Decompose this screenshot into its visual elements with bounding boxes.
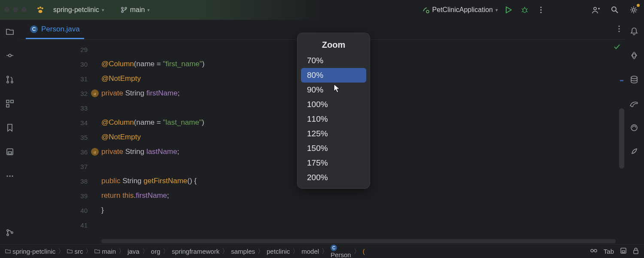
- zoom-option[interactable]: 70%: [301, 53, 366, 68]
- zoom-option[interactable]: 100%: [301, 97, 366, 112]
- breadcrumb-segment[interactable]: org: [151, 248, 161, 255]
- project-name: spring-petclinic: [53, 6, 99, 14]
- breadcrumb-segment[interactable]: model: [301, 248, 319, 255]
- run-config-icon: [422, 6, 430, 14]
- vcs-tool-button[interactable]: [4, 227, 15, 238]
- breadcrumb-segment[interactable]: main: [94, 248, 116, 255]
- gutter-line[interactable]: 39: [20, 188, 101, 203]
- horizontal-scrollbar[interactable]: [101, 239, 616, 243]
- reader-mode-icon[interactable]: [590, 247, 598, 256]
- gutter-line[interactable]: 33: [20, 101, 101, 115]
- maximize-window-dot[interactable]: [21, 7, 27, 12]
- minimize-window-dot[interactable]: [13, 7, 18, 12]
- breadcrumb-segment[interactable]: C Person: [331, 245, 351, 258]
- gutter-line[interactable]: 30: [20, 57, 101, 71]
- gutter-line[interactable]: 31: [20, 71, 101, 86]
- folder-icon: [5, 248, 11, 255]
- dependencies-tool-button[interactable]: [629, 122, 640, 133]
- class-file-icon: C: [30, 25, 38, 33]
- breadcrumb-separator: 〉: [85, 247, 92, 255]
- run-configuration-selector[interactable]: PetClinicApplication ▾: [422, 6, 498, 14]
- zoom-option[interactable]: 200%: [301, 170, 366, 185]
- breadcrumb-segment[interactable]: springframework: [172, 248, 219, 255]
- svg-rect-38: [622, 251, 625, 252]
- more-tools-button[interactable]: [4, 170, 15, 181]
- breadcrumb-separator: 〉: [354, 247, 360, 255]
- debug-button[interactable]: [519, 4, 531, 16]
- person-add-icon: [592, 6, 600, 14]
- project-tool-button[interactable]: [4, 26, 15, 37]
- commit-tool-button[interactable]: [4, 50, 15, 61]
- zoom-option[interactable]: 90%: [301, 83, 366, 97]
- breadcrumb-segment[interactable]: spring-petclinic: [5, 248, 55, 255]
- svg-point-0: [37, 7, 39, 9]
- code-line[interactable]: [101, 218, 624, 232]
- project-selector[interactable]: spring-petclinic ▾: [50, 4, 108, 15]
- breadcrumb-separator: 〉: [322, 247, 328, 255]
- vcs-branch-selector[interactable]: main ▾: [117, 4, 154, 15]
- settings-button[interactable]: [628, 4, 640, 16]
- breadcrumb[interactable]: spring-petclinic 〉 src 〉 main 〉 java 〉 o…: [5, 245, 365, 258]
- editor-gutter[interactable]: 29303132a33343536a3738394041: [20, 40, 101, 244]
- breadcrumb-segment[interactable]: petclinic: [267, 248, 290, 255]
- folder-icon: [67, 248, 73, 255]
- breadcrumb-separator: 〉: [292, 247, 299, 255]
- svg-rect-20: [11, 100, 13, 103]
- zoom-option[interactable]: 150%: [301, 141, 366, 156]
- gutter-line[interactable]: 35: [20, 130, 101, 144]
- lock-icon[interactable]: [633, 247, 639, 255]
- code-line[interactable]: return this.firstName;: [101, 188, 624, 203]
- gear-icon: [629, 6, 638, 14]
- svg-point-32: [618, 31, 620, 32]
- svg-point-5: [122, 11, 123, 12]
- run-button[interactable]: [502, 4, 514, 16]
- status-bar: spring-petclinic 〉 src 〉 main 〉 java 〉 o…: [0, 244, 644, 258]
- gutter-line[interactable]: 32a: [20, 86, 101, 101]
- database-tool-button-left[interactable]: [4, 146, 15, 157]
- svg-point-24: [6, 175, 8, 176]
- gutter-line[interactable]: 36a: [20, 144, 101, 159]
- close-window-dot[interactable]: [4, 7, 9, 12]
- chevron-down-icon: ▾: [495, 7, 498, 13]
- gutter-annotation-marker[interactable]: a: [91, 89, 99, 97]
- indent-settings-icon[interactable]: [620, 247, 627, 255]
- database-tool-button[interactable]: [629, 74, 640, 85]
- notifications-tool-button[interactable]: [629, 26, 640, 37]
- gutter-line[interactable]: 38: [20, 174, 101, 188]
- gutter-line[interactable]: 34: [20, 115, 101, 130]
- svg-point-26: [12, 175, 13, 176]
- structure-tool-button[interactable]: [4, 98, 15, 109]
- chevron-down-icon: ▾: [102, 7, 104, 13]
- spring-tool-button[interactable]: [629, 146, 640, 157]
- gutter-line[interactable]: 37: [20, 159, 101, 174]
- search-everywhere-button[interactable]: [609, 4, 621, 16]
- zoom-option[interactable]: 110%: [301, 112, 366, 126]
- vertical-scrollbar[interactable]: [619, 108, 624, 169]
- tab-person-java[interactable]: C Person.java: [26, 21, 84, 39]
- bookmarks-tool-button[interactable]: [4, 122, 15, 133]
- breadcrumb-segment[interactable]: java: [128, 248, 140, 255]
- breadcrumb-segment[interactable]: src: [67, 248, 83, 255]
- gutter-line[interactable]: 41: [20, 218, 101, 232]
- zoom-option[interactable]: 175%: [301, 156, 366, 170]
- gutter-line[interactable]: 29: [20, 42, 101, 57]
- code-with-me-button[interactable]: [590, 4, 602, 16]
- stripe-marker[interactable]: [620, 80, 623, 81]
- more-actions-button[interactable]: [535, 4, 547, 16]
- svg-point-30: [618, 25, 620, 27]
- indent-label[interactable]: Tab: [604, 248, 614, 255]
- tab-options-button[interactable]: [618, 25, 620, 34]
- gradle-tool-button[interactable]: [629, 98, 640, 109]
- code-line[interactable]: }: [101, 203, 624, 218]
- ai-assistant-tool-button[interactable]: [629, 50, 640, 61]
- zoom-option[interactable]: 125%: [301, 126, 366, 141]
- svg-point-35: [591, 249, 593, 252]
- gutter-line[interactable]: 40: [20, 203, 101, 218]
- zoom-option[interactable]: 80%: [301, 68, 366, 83]
- zoom-popup: Zoom 70%80%90%100%110%125%150%175%200%: [297, 33, 370, 189]
- breadcrumb-segment[interactable]: samples: [231, 248, 255, 255]
- left-tool-rail: [0, 20, 20, 244]
- pull-requests-tool-button[interactable]: [4, 74, 15, 85]
- gutter-annotation-marker[interactable]: a: [91, 148, 99, 156]
- search-icon: [611, 6, 619, 14]
